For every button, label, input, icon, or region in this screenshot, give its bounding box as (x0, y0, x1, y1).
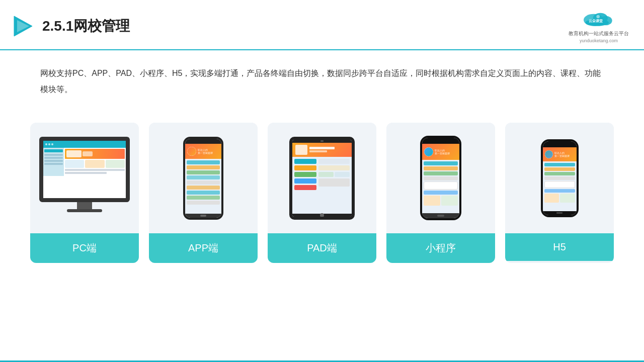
card-app: 职达人的第一堂刷题课 (149, 123, 258, 263)
logo-area: 云朵课堂 教育机构一站式服务云平台 yunduoketang.com (569, 9, 629, 43)
logo-tagline: 教育机构一站式服务云平台 (569, 30, 629, 37)
card-pad-image (268, 123, 376, 233)
cards-container: PC端 职达人的第一堂刷题课 (0, 108, 644, 273)
brand-logo: 云朵课堂 (579, 9, 619, 29)
card-app-label: APP端 (149, 233, 258, 263)
card-miniprogram-label: 小程序 (386, 233, 495, 263)
header-left: 2.5.1网校管理 (10, 14, 130, 38)
app-mockup: 职达人的第一堂刷题课 (183, 137, 223, 220)
svg-point-7 (596, 15, 600, 19)
card-pc: PC端 (30, 123, 139, 263)
card-h5: 职达人的第一堂刷题课 (505, 123, 614, 263)
card-app-image: 职达人的第一堂刷题课 (149, 123, 258, 233)
card-h5-image: 职达人的第一堂刷题课 (505, 123, 614, 233)
pad-mockup (289, 137, 355, 220)
description-text: 网校支持PC、APP、PAD、小程序、H5，实现多端打通，产品各终端自由切换，数… (0, 50, 644, 103)
card-pad: PAD端 (268, 123, 376, 263)
card-miniprogram: 职达人的第一堂刷题课 (386, 123, 495, 263)
card-pad-label: PAD端 (268, 233, 376, 263)
page-title: 2.5.1网校管理 (42, 17, 130, 36)
h5-mockup: 职达人的第一堂刷题课 (541, 139, 579, 217)
pc-mockup (39, 137, 130, 220)
logo-url: yunduoketang.com (580, 38, 618, 43)
card-pc-label: PC端 (30, 233, 139, 263)
card-h5-label: H5 (505, 233, 614, 261)
description-content: 网校支持PC、APP、PAD、小程序、H5，实现多端打通，产品各终端自由切换，数… (40, 69, 601, 94)
svg-text:云朵课堂: 云朵课堂 (589, 19, 603, 23)
card-pc-image (30, 123, 139, 233)
header: 2.5.1网校管理 云朵课堂 教育机构一站式服务云平台 yunduoketang… (0, 0, 644, 50)
miniprogram-mockup: 职达人的第一堂刷题课 (420, 136, 461, 220)
play-icon (10, 14, 34, 38)
card-miniprogram-image: 职达人的第一堂刷题课 (386, 123, 495, 233)
